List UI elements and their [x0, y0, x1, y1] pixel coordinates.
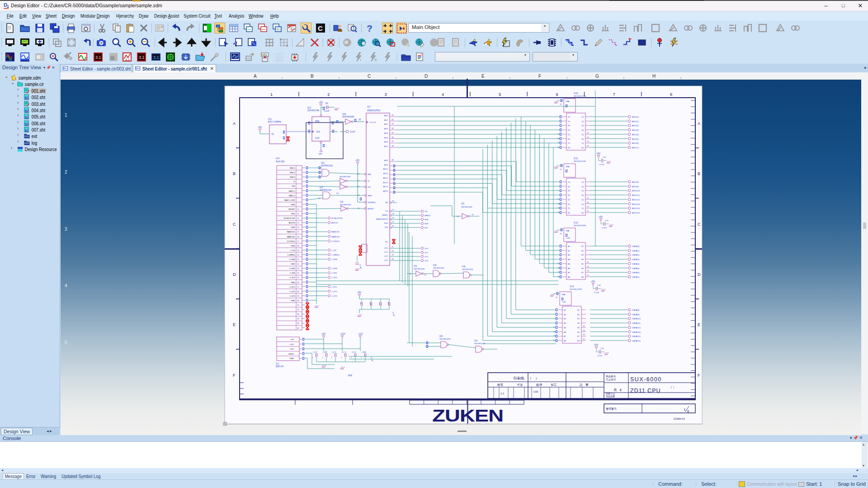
svg-text:-12V: -12V [290, 348, 294, 350]
svg-text:1:1: 1:1 [500, 392, 505, 395]
svg-text:ADD(1): ADD(1) [632, 120, 639, 123]
svg-text:AD6: AD6 [384, 141, 388, 143]
svg-text:F: F [538, 74, 541, 79]
svg-text:B/W: B/W [425, 223, 429, 225]
svg-text:WAIT-1: WAIT-1 [289, 190, 296, 192]
svg-text:4D: 4D [568, 129, 570, 131]
svg-text:C-B/W: C-B/W [289, 267, 296, 270]
svg-text:C: C [368, 74, 371, 79]
svg-text:C3: C3 [313, 351, 316, 353]
svg-text:C-N/S: C-N/S [290, 272, 295, 274]
svg-text:14: 14 [587, 270, 589, 272]
svg-text:IC2: IC2 [276, 363, 279, 365]
svg-text:C13: C13 [600, 347, 604, 350]
svg-text:C-ST3: C-ST3 [289, 295, 295, 297]
svg-text:20: 20 [553, 339, 556, 341]
svg-text:SN74HC11N: SN74HC11N [321, 165, 333, 167]
svg-text:19: 19 [557, 207, 560, 209]
svg-text:C: C [233, 222, 236, 227]
svg-text:A: A [698, 121, 700, 126]
svg-text:NVI: NVI [368, 186, 371, 188]
svg-text:5Q: 5Q [581, 199, 584, 201]
svg-text:SN74HC00N: SN74HC00N [439, 338, 450, 340]
svg-text:0.1uF: 0.1uF [602, 227, 607, 229]
svg-text:12: 12 [587, 261, 589, 263]
svg-text:SN74HC245N: SN74HC245N [570, 288, 582, 290]
svg-text:B6: B6 [581, 267, 584, 270]
svg-text:10: 10 [297, 208, 299, 210]
svg-text:7: 7 [613, 92, 615, 97]
svg-text:IC12: IC12 [574, 222, 578, 224]
svg-text:C-ST2: C-ST2 [289, 290, 295, 293]
svg-text:DATA(14): DATA(14) [632, 335, 641, 337]
svg-text:I: I [360, 58, 361, 62]
svg-text:SUX-6000: SUX-6000 [630, 376, 662, 383]
svg-text:NMI: NMI [368, 173, 371, 175]
svg-text:A7: A7 [568, 271, 571, 274]
svg-text:3Q: 3Q [581, 190, 584, 192]
svg-text:C-R/W: C-R/W [289, 258, 296, 261]
svg-text:6Q: 6Q [581, 138, 584, 140]
svg-text:1Q: 1Q [581, 181, 584, 183]
svg-text:OE: OE [562, 294, 565, 296]
svg-text:E: E [233, 322, 236, 327]
svg-text:A4: A4 [568, 258, 571, 261]
svg-text:C15: C15 [605, 219, 609, 222]
svg-text:IC3: IC3 [307, 106, 311, 109]
svg-text:IC6: IC6 [414, 265, 417, 267]
svg-text:+5V: +5V [591, 280, 595, 283]
svg-text:材質: 材質 [497, 383, 504, 387]
svg-text:-12V: -12V [358, 332, 363, 335]
svg-text:+5V: +5V [319, 101, 323, 104]
svg-text:1: 1 [270, 92, 273, 97]
svg-text:D2: D2 [326, 102, 328, 104]
svg-text:印刷色 （ ）: 印刷色 （ ） [514, 376, 539, 380]
svg-text:3: 3 [385, 92, 387, 97]
svg-text:20: 20 [297, 254, 299, 256]
svg-text:3D: 3D [568, 190, 570, 192]
svg-text:ADD(5): ADD(5) [632, 138, 639, 140]
svg-text:B3: B3 [581, 254, 584, 256]
svg-text:+5V: +5V [599, 215, 603, 218]
svg-text:32: 32 [297, 308, 299, 311]
svg-text:6D: 6D [568, 203, 570, 205]
svg-text:13: 13 [587, 201, 589, 204]
svg-text:ADD16: ADD16 [289, 222, 296, 224]
svg-text:13: 13 [587, 265, 589, 268]
svg-text:C: C [318, 24, 323, 32]
svg-text:DATA(11): DATA(11) [632, 322, 641, 324]
svg-text:SN74HC04N: SN74HC04N [414, 268, 425, 270]
svg-text:IC6: IC6 [340, 201, 344, 203]
svg-text:GND: GND [291, 299, 295, 302]
svg-text:R/W: R/W [348, 374, 353, 377]
svg-text:GND: GND [291, 213, 295, 215]
svg-text:11: 11 [297, 213, 299, 215]
svg-text:0.1uF: 0.1uF [594, 291, 599, 294]
svg-text:C: C [698, 222, 701, 227]
svg-text:B: B [311, 74, 314, 79]
svg-text:OE: OE [566, 100, 569, 103]
svg-text:B7: B7 [581, 271, 584, 274]
svg-text:3.1: 3.1 [125, 58, 130, 61]
svg-text:3.1: 3.1 [139, 55, 145, 60]
svg-text:1D: 1D [568, 181, 570, 183]
svg-text:GND2: GND2 [288, 353, 294, 355]
svg-text:13: 13 [587, 136, 589, 138]
svg-text:AD5: AD5 [384, 137, 388, 139]
svg-text:A2: A2 [568, 250, 571, 252]
svg-text:GND: GND [291, 226, 295, 228]
svg-text:IC6: IC6 [342, 113, 346, 115]
svg-text:17: 17 [557, 133, 560, 135]
svg-text:6D: 6D [568, 138, 570, 140]
svg-text:30: 30 [26, 123, 28, 125]
svg-text:33: 33 [297, 313, 299, 315]
svg-text:34: 34 [392, 127, 394, 129]
svg-text:2: 2 [327, 92, 330, 97]
svg-text:DI10-36S: DI10-36S [276, 161, 284, 163]
svg-text:AS: AS [385, 201, 388, 204]
svg-text:GND: GND [291, 245, 295, 247]
svg-text:?: ? [367, 23, 373, 33]
svg-text:CLK4: CLK4 [350, 131, 355, 133]
svg-text:35: 35 [297, 322, 299, 324]
svg-text:7D: 7D [568, 207, 570, 209]
